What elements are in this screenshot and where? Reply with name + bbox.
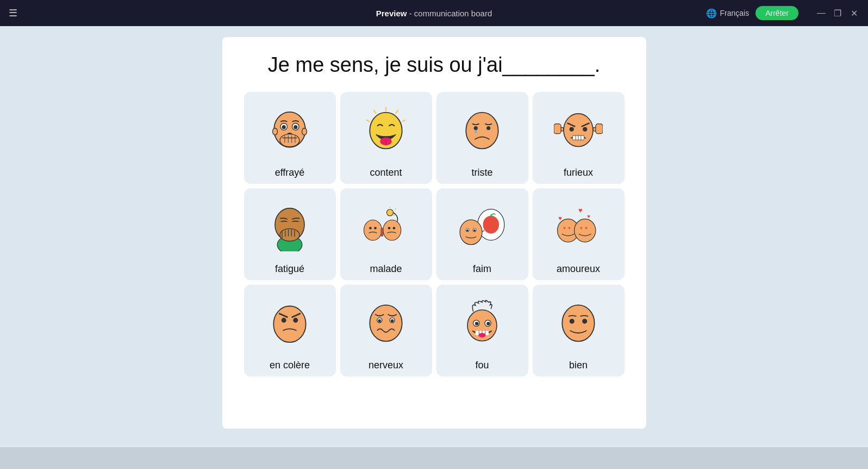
svg-point-47 (387, 209, 394, 216)
image-malade (344, 194, 429, 260)
language-label: Français (720, 9, 750, 17)
image-fou (440, 290, 525, 356)
svg-point-64 (466, 230, 469, 232)
svg-rect-60 (491, 214, 492, 217)
svg-point-56 (388, 227, 391, 230)
svg-line-18 (366, 120, 370, 122)
svg-point-5 (282, 125, 286, 129)
label-triste: triste (471, 167, 492, 178)
svg-text:♥: ♥ (580, 226, 583, 231)
image-bien (536, 290, 621, 356)
label-en-colere: en colère (270, 360, 310, 371)
cell-triste[interactable]: triste (436, 92, 528, 184)
svg-point-54 (369, 227, 372, 230)
svg-point-59 (483, 216, 499, 234)
label-malade: malade (370, 263, 402, 275)
svg-rect-28 (554, 124, 561, 134)
bottom-bar (0, 447, 868, 469)
title-bold: Preview (376, 9, 407, 18)
svg-point-52 (383, 220, 401, 240)
svg-text:♥: ♥ (563, 226, 566, 231)
image-faim (440, 194, 525, 260)
svg-point-41 (280, 229, 299, 241)
cell-bien[interactable]: bien (533, 285, 625, 377)
svg-point-95 (478, 333, 485, 337)
svg-point-1 (273, 128, 278, 135)
minimize-button[interactable]: — (816, 8, 827, 18)
svg-rect-53 (381, 228, 383, 236)
svg-point-76 (273, 306, 305, 343)
svg-point-81 (370, 305, 402, 342)
stop-button[interactable]: Arrêter (755, 6, 798, 20)
cell-malade[interactable]: malade (340, 188, 432, 280)
close-button[interactable]: ✕ (848, 8, 859, 18)
label-furieux: furieux (564, 167, 593, 178)
svg-point-51 (364, 220, 382, 240)
cell-en-colere[interactable]: en colère (244, 285, 336, 377)
svg-point-85 (391, 319, 394, 322)
window-title: Preview - communication board (376, 9, 492, 18)
titlebar: ☰ Preview - communication board 🌐 França… (0, 0, 868, 26)
svg-point-2 (302, 128, 307, 135)
label-effraye: effrayé (275, 167, 305, 178)
svg-point-98 (582, 319, 587, 324)
svg-point-55 (374, 227, 377, 230)
image-nerveux (344, 290, 429, 356)
cell-fou[interactable]: fou (436, 285, 528, 377)
image-fatigue (247, 194, 333, 260)
label-fatigue: fatigué (275, 263, 304, 275)
maximize-button[interactable]: ❐ (832, 8, 843, 18)
svg-rect-29 (596, 124, 603, 134)
cell-furieux[interactable]: furieux (533, 92, 625, 184)
language-button[interactable]: 🌐 Français (706, 8, 750, 18)
svg-point-80 (293, 318, 298, 323)
svg-point-6 (294, 125, 297, 129)
menu-icon[interactable]: ☰ (9, 7, 17, 19)
board-title: Je me sens, je suis ou j'ai________. (244, 53, 625, 77)
svg-line-15 (396, 110, 398, 113)
svg-point-22 (466, 113, 498, 149)
label-content: content (370, 167, 402, 178)
svg-line-50 (394, 215, 395, 216)
image-content (344, 97, 429, 164)
cell-content[interactable]: content (340, 92, 432, 184)
image-amoureux: ♥ ♥ ♥ ♥ ♥ ♥ ♥ ♥ (536, 194, 621, 260)
svg-line-49 (395, 208, 396, 209)
svg-text:♥: ♥ (587, 213, 590, 219)
svg-point-61 (460, 220, 482, 245)
label-faim: faim (473, 263, 491, 275)
svg-text:♥: ♥ (558, 215, 562, 221)
svg-line-17 (374, 110, 377, 113)
svg-point-90 (486, 322, 490, 326)
label-fou: fou (475, 360, 489, 371)
cell-fatigue[interactable]: fatigué (244, 188, 336, 280)
window-controls: — ❐ ✕ (816, 8, 859, 18)
emotion-grid: effrayé (244, 92, 625, 377)
image-en-colere (247, 290, 333, 356)
svg-text:♥: ♥ (585, 226, 588, 231)
cell-amoureux[interactable]: ♥ ♥ ♥ ♥ ♥ ♥ ♥ ♥ (533, 188, 625, 280)
svg-text:♥: ♥ (578, 206, 583, 214)
titlebar-right: 🌐 Français Arrêter — ❐ ✕ (706, 6, 859, 20)
svg-point-8 (280, 134, 299, 146)
svg-line-16 (402, 120, 405, 122)
svg-point-23 (474, 126, 478, 130)
svg-point-30 (564, 114, 593, 147)
image-furieux (536, 97, 621, 164)
svg-point-96 (562, 305, 594, 342)
image-effraye (247, 97, 333, 164)
cell-faim[interactable]: faim (436, 188, 528, 280)
svg-point-89 (475, 322, 479, 326)
svg-point-34 (583, 127, 587, 131)
main-content: Je me sens, je suis ou j'ai________. (0, 26, 868, 447)
cell-effraye[interactable]: effrayé (244, 92, 336, 184)
svg-point-57 (393, 227, 396, 230)
label-nerveux: nerveux (369, 360, 403, 371)
svg-point-84 (378, 319, 381, 322)
svg-point-24 (486, 126, 490, 130)
label-amoureux: amoureux (557, 263, 600, 275)
svg-point-25 (475, 130, 477, 133)
label-bien: bien (569, 360, 588, 371)
svg-text:♥: ♥ (568, 226, 571, 231)
cell-nerveux[interactable]: nerveux (340, 285, 432, 377)
